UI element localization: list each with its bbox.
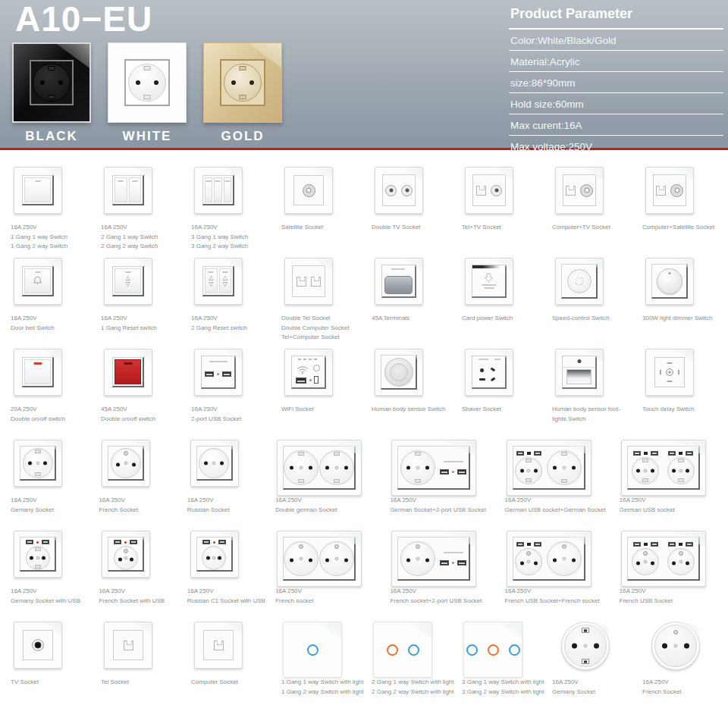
caption-line: Computer+Satellite Socket (642, 223, 726, 233)
product-item: 16A 250VFrench socket+2-port USB Socket (384, 523, 498, 606)
tel-tv-socket-image (462, 159, 546, 223)
caption-line: French Socket (99, 506, 180, 515)
device-plate (465, 349, 513, 396)
product-item: Double TV Socket (366, 159, 456, 233)
caption-line: 16A 250V (101, 314, 185, 324)
caption-line: 16A 250V (11, 223, 95, 233)
product-item: WiFi Socket (275, 341, 366, 415)
product-item: 1 Gang 1 way Switch with light1 Gang 2 w… (275, 614, 366, 697)
product-caption: 16A 250VFrench Socket (99, 496, 180, 515)
device-plate (561, 622, 610, 670)
computer-tv-socket-image (552, 159, 636, 223)
switch-2gang-image (101, 159, 185, 223)
product-caption: 45A 250VDouble on/off switch (101, 405, 185, 424)
catalog-row: 16A 250V1 Gang 1 way Switch1 Gang 2 way … (0, 159, 728, 250)
caption-line: 1 Gang 2 way Switch with light (281, 688, 366, 697)
product-caption: Satellite Socket (281, 223, 366, 233)
double-french-socket-image (275, 523, 384, 587)
product-item: 2 Gang 1 way Switch with light2 Gang 2 w… (366, 614, 456, 697)
caption-line: 16A 250V (191, 314, 275, 324)
product-caption: 16A 250V3 Gang 1 way Switch3 Gang 2 way … (191, 223, 275, 252)
caption-line: German USB socket (620, 506, 728, 515)
double-tv-socket-image (372, 159, 456, 223)
product-caption: 16A 250VFrench socket (275, 587, 384, 606)
german-socket-with-usb-image (11, 523, 93, 587)
product-item: 3 Gang 1 way Switch with light3 Gang 2 w… (456, 614, 546, 697)
variant-black: BLACK (12, 42, 91, 144)
product-item: 45A Terminals (366, 250, 456, 324)
device-plate (373, 622, 432, 678)
caption-line: 16A 250V (99, 496, 180, 506)
device-plate (14, 167, 62, 214)
touch-switch-1gang-image (281, 614, 366, 678)
caption-line: French socket (275, 597, 384, 606)
caption-line: 16A 250V (101, 223, 185, 233)
caption-line: 16A 250V (187, 587, 269, 597)
product-item: 16A 250V2-port USB Socket (185, 341, 275, 424)
doorbell-switch-image (11, 250, 95, 314)
double-tel-socket-image (281, 250, 366, 314)
catalog-row: TV SocketTel SocketComputer Socket1 Gang… (0, 614, 728, 705)
product-item: △▽16A 250V1 Gang Reset switch (95, 250, 185, 333)
product-item: Double Tel SocketDouble Computer SocketT… (275, 250, 366, 343)
german-usb-plus-german-image (505, 432, 613, 496)
socket-frame (220, 59, 265, 106)
device-plate (14, 622, 62, 669)
product-item: Touch delay Switch (636, 341, 726, 415)
device-plate (104, 622, 152, 669)
product-item: 45A 250VDouble on/off switch (95, 341, 185, 424)
touch-ring-icon (387, 644, 398, 656)
product-item: 16A 250V3 Gang 1 way Switch3 Gang 2 way … (185, 159, 275, 252)
catalog-row: 20A 250VDouble on/off switch45A 250VDoub… (0, 341, 728, 432)
product-caption: 16A 250VGerman USB socket+German Socket (505, 496, 613, 515)
product-caption: 16A 250VGemany Socket with USB (11, 587, 93, 606)
device-plate (102, 440, 150, 487)
caption-line: 1 Gang 1 way Switch (11, 233, 95, 243)
product-caption: Tel+TV Socket (462, 223, 546, 233)
page: A10−EU BLACK (0, 0, 728, 705)
product-caption: Human body sensor Switch (372, 405, 456, 415)
caption-line: 16A 250V (552, 678, 636, 688)
product-item: Speed-control Switch (546, 250, 636, 324)
device-plate (507, 531, 592, 587)
caption-line: 2 Gang 1 way Switch (101, 233, 185, 243)
parameter-row: size:86*90mm (509, 72, 723, 93)
product-caption: 16A 250VFrench USB Socket+French socket (505, 587, 613, 606)
caption-line: 16A 250V (11, 496, 93, 506)
device-plate (102, 531, 150, 578)
caption-line: 16A 250V (620, 496, 728, 506)
caption-line: 1 Gang 1 way Switch with light (281, 678, 366, 688)
socket-hole (58, 80, 63, 85)
product-item: 16A 250VFrench socket (269, 523, 384, 606)
card-power-switch-image (462, 250, 546, 314)
touch-switch-2gang-image (372, 614, 456, 678)
human-body-sensor-switch-image (372, 341, 456, 405)
socket-clip (144, 95, 151, 99)
caption-line: 16A 250V (505, 496, 613, 506)
product-item: 16A 250V2 Gang 1 way Switch2 Gang 2 way … (95, 159, 185, 252)
doorbell-icon (32, 275, 43, 287)
product-caption: 16A 250VGemany Socket (552, 678, 636, 697)
touch-ring-icon (408, 644, 419, 656)
product-item: 16A 250VGerman USB socket+German Socket (499, 432, 613, 515)
product-item: 16A 250VRussian Socket (181, 432, 269, 515)
wifi-socket-image (281, 341, 366, 405)
touch-ring-icon (466, 644, 478, 656)
caption-line: 16A 250V (390, 587, 498, 597)
caption-line: Touch delay Switch (642, 405, 726, 415)
caption-line: 2 Gang Reset switch (191, 324, 275, 334)
product-item: Tel Socket (95, 614, 185, 688)
caption-line: Double Tel Socket (281, 314, 366, 324)
variant-label: BLACK (25, 129, 78, 144)
device-plate (375, 167, 423, 214)
caption-line: Human body sensor Switch (372, 405, 456, 415)
device-plate (194, 167, 243, 214)
product-item: 16A 250VGemany Socket with USB (5, 523, 93, 606)
reset-switch-2gang-image: △▽△▽ (191, 250, 275, 314)
round-french-socket-image (642, 614, 726, 678)
device-plate (284, 349, 333, 396)
caption-line: French Socket (642, 688, 726, 697)
product-item: 16A 250VDouble german Socket (269, 432, 384, 515)
header: A10−EU BLACK (0, 0, 728, 148)
caption-line: Door bell Switch (11, 324, 95, 334)
